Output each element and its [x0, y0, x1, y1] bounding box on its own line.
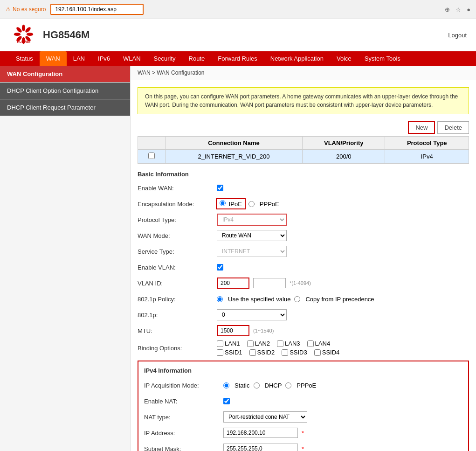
nav-wlan[interactable]: WLAN	[117, 51, 147, 66]
wan-mode-select[interactable]: Route WAN Bridge WAN	[217, 230, 287, 241]
service-select[interactable]: INTERNET	[217, 246, 287, 257]
lan3-checkbox[interactable]	[277, 340, 283, 347]
nav-forward-rules[interactable]: Forward Rules	[211, 51, 264, 66]
logo-area: HUAWEI HG8546M	[9, 24, 90, 46]
sidebar-item-dhcp-option[interactable]: DHCP Client Option Configuration	[0, 83, 130, 99]
wan-mode-value: Route WAN Bridge WAN	[217, 230, 469, 241]
nat-type-select[interactable]: Port-restricted cone NAT Full cone NAT R…	[223, 411, 307, 423]
ssid2-label: SSID2	[257, 349, 275, 356]
mtu-input[interactable]	[217, 325, 249, 336]
wan-mode-label: WAN Mode:	[138, 232, 217, 239]
nav-status[interactable]: Status	[9, 51, 40, 66]
nav-wan[interactable]: WAN	[40, 51, 67, 66]
subnet-required-mark: *	[302, 445, 304, 451]
encap-ipoe-radio[interactable]	[220, 200, 226, 206]
enable-wan-checkbox[interactable]	[217, 185, 223, 191]
ip-addr-input[interactable]	[223, 428, 298, 438]
sidebar-item-wan-config[interactable]: WAN Configuration	[0, 66, 130, 83]
enable-vlan-checkbox[interactable]	[217, 264, 223, 271]
mtu-row: MTU: (1~1540)	[138, 324, 469, 337]
nav-ipv6[interactable]: IPv6	[91, 51, 117, 66]
ipv4-section: IPv4 Information IP Acquisition Mode: St…	[138, 361, 469, 451]
row-connection-name: 2_INTERNET_R_VID_200	[165, 150, 302, 164]
protocol-row: Protocol Type: IPv4	[138, 213, 469, 226]
table-section: New Delete Connection Name VLAN/Priority…	[138, 121, 469, 164]
ssid1-checkbox[interactable]	[217, 349, 223, 356]
security-warning: ⚠ No es seguro	[6, 6, 46, 13]
table-actions: New Delete	[138, 121, 469, 134]
ip-acq-label: IP Acquisition Mode:	[144, 382, 223, 389]
bookmark-icon: ☆	[455, 6, 461, 13]
vlan-id-label: VLAN ID:	[138, 280, 217, 287]
dot1p-row: 802.1p: 0123 4567	[138, 308, 469, 321]
ip-required-mark: *	[302, 430, 304, 437]
acq-pppoe-radio[interactable]	[285, 382, 291, 389]
encap-pppoe-radio[interactable]	[248, 201, 255, 207]
encap-pppoe-label: PPPoE	[260, 201, 279, 208]
ssid3-checkbox[interactable]	[282, 349, 288, 356]
nav-route[interactable]: Route	[182, 51, 212, 66]
ssid4-label: SSID4	[322, 349, 340, 356]
url-bar[interactable]: 192.168.100.1/index.asp	[50, 4, 144, 15]
nav-security[interactable]: Security	[147, 51, 182, 66]
svg-point-7	[15, 26, 22, 33]
ssid2-checkbox[interactable]	[249, 349, 256, 356]
vlan-id-input[interactable]	[217, 278, 249, 289]
vlan-id-extra[interactable]	[253, 278, 286, 288]
mtu-label: MTU:	[138, 327, 217, 334]
wan-table: Connection Name VLAN/Priority Protocol T…	[138, 136, 469, 164]
nav-voice[interactable]: Voice	[330, 51, 358, 66]
acq-static-label: Static	[235, 382, 250, 389]
protocol-select[interactable]: IPv4	[217, 214, 287, 226]
dot1p-select[interactable]: 0123 4567	[217, 309, 287, 320]
new-button[interactable]: New	[408, 121, 435, 134]
main-content: WAN > WAN Configuration On this page, yo…	[131, 66, 476, 451]
acq-static-radio[interactable]	[223, 382, 229, 389]
sidebar-item-dhcp-param[interactable]: DHCP Client Request Parameter	[0, 99, 130, 116]
subnet-input[interactable]	[223, 444, 298, 451]
binding-row: Binding Options: LAN1 LAN2	[138, 340, 469, 356]
ssid4-checkbox[interactable]	[314, 349, 321, 356]
profile-icon: ●	[467, 6, 470, 13]
lan4-checkbox[interactable]	[307, 340, 314, 347]
service-label: Service Type:	[138, 248, 217, 255]
svg-point-6	[14, 33, 20, 36]
svg-point-2	[26, 33, 33, 36]
nav-network-app[interactable]: Network Application	[264, 51, 330, 66]
row-checkbox[interactable]	[148, 153, 155, 159]
policy-specified-radio[interactable]	[217, 296, 223, 302]
lan2-checkbox[interactable]	[247, 340, 254, 347]
service-value: INTERNET	[217, 246, 469, 257]
acq-dhcp-radio[interactable]	[254, 382, 260, 389]
binding-lan-line: LAN1 LAN2 LAN3	[217, 340, 339, 347]
lan1-label: LAN1	[225, 340, 240, 347]
policy-copy-radio[interactable]	[294, 296, 300, 302]
enable-vlan-value	[217, 264, 469, 271]
row-checkbox-cell[interactable]	[138, 150, 166, 164]
enable-wan-value	[217, 185, 469, 191]
lan2-label: LAN2	[255, 340, 270, 347]
nav-lan[interactable]: LAN	[67, 51, 91, 66]
nav-system-tools[interactable]: System Tools	[358, 51, 407, 66]
basic-info-section: Basic Information Enable WAN: Encapsulat…	[138, 171, 469, 356]
vlan-id-hint: *(1-4094)	[290, 280, 311, 286]
sidebar: WAN Configuration DHCP Client Option Con…	[0, 66, 131, 451]
binding-ssid1: SSID1	[217, 349, 242, 356]
ssid3-label: SSID3	[290, 349, 307, 356]
enable-nat-checkbox[interactable]	[223, 398, 230, 404]
lan4-label: LAN4	[315, 340, 331, 347]
browser-icons: ⊕ ☆ ●	[445, 6, 470, 13]
logout-button[interactable]: Logout	[448, 32, 467, 39]
enable-wan-row: Enable WAN:	[138, 181, 469, 194]
policy-row: 802.1p Policy: Use the specified value C…	[138, 292, 469, 305]
ip-addr-value: *	[223, 428, 462, 438]
extensions-icon: ⊕	[445, 6, 450, 13]
info-box: On this page, you can configure WAN port…	[138, 87, 469, 114]
dot1p-value: 0123 4567	[217, 309, 469, 320]
lan1-checkbox[interactable]	[217, 340, 223, 347]
delete-button[interactable]: Delete	[437, 121, 469, 134]
dot1p-label: 802.1p:	[138, 312, 217, 319]
encap-row: Encapsulation Mode: IPoE PPPoE	[138, 197, 469, 210]
subnet-value: *	[223, 444, 462, 451]
binding-ssid4: SSID4	[314, 349, 340, 356]
